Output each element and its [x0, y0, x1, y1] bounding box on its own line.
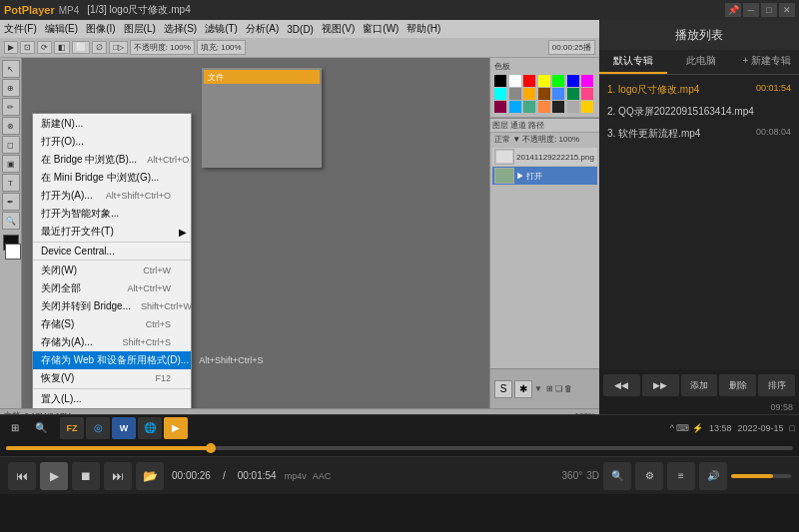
swatch-white[interactable] — [509, 75, 521, 87]
swatch-black[interactable] — [494, 75, 506, 87]
3d-label[interactable]: 3D — [586, 470, 599, 481]
swatch-sky[interactable] — [552, 88, 564, 100]
swatch-mint[interactable] — [523, 101, 535, 113]
ps-tool-gradient[interactable]: ▣ — [2, 155, 20, 173]
ps-tool-btn1[interactable]: ◧ — [54, 41, 70, 54]
taskbar-app-chrome[interactable]: ◎ — [86, 417, 110, 439]
menu-item-open-as[interactable]: 打开为(A)... Alt+Shift+Ctrl+O — [33, 187, 191, 205]
playlist-btn-delete[interactable]: 删除 — [719, 374, 756, 396]
swatch-dark[interactable] — [552, 101, 564, 113]
volume-bar[interactable] — [731, 474, 791, 478]
ps-tool-pen[interactable]: ✒ — [2, 193, 20, 211]
menu-item-save-as[interactable]: 存储为(A)...Shift+Ctrl+S — [33, 333, 191, 351]
swatch-blue[interactable] — [567, 75, 579, 87]
menu-item-save[interactable]: 存储(S)Ctrl+S — [33, 315, 191, 333]
angle-label[interactable]: 360° — [562, 470, 583, 481]
playlist-item-1[interactable]: 1. logo尺寸修改.mp4 00:01:54 — [599, 79, 799, 101]
ps-tool-select[interactable]: ↖ — [2, 60, 20, 78]
ps-tool-btn3[interactable]: ∅ — [92, 41, 107, 54]
playlist-btn-next[interactable]: ▶▶ — [642, 374, 679, 396]
restore-button[interactable]: □ — [761, 3, 777, 17]
ps-menu-3d[interactable]: 3D(D) — [287, 24, 314, 35]
taskbar-app-filezilla[interactable]: FZ — [60, 417, 84, 439]
menu-item-close[interactable]: 关闭(W)Ctrl+W — [33, 262, 191, 279]
playlist-btn-sort[interactable]: 排序 — [758, 374, 795, 396]
swatch-magenta[interactable] — [581, 75, 593, 87]
ps-tool-fill[interactable]: 填充: 100% — [197, 40, 246, 55]
ps-tool-mode[interactable]: □▷ — [109, 41, 128, 54]
search-button[interactable]: 🔍 — [30, 417, 52, 439]
equalizer-button[interactable]: ≡ — [667, 462, 695, 490]
swatch-silver[interactable] — [567, 101, 579, 113]
menu-item-new[interactable]: 新建(N)... — [33, 115, 191, 133]
menu-item-device-central[interactable]: Device Central... — [33, 244, 191, 259]
menu-item-open[interactable]: 打开(O)... — [33, 133, 191, 151]
menu-item-close-all[interactable]: 关闭全部Alt+Ctrl+W — [33, 279, 191, 297]
ps-menu-view[interactable]: 视图(V) — [322, 22, 355, 36]
taskbar-notification[interactable]: □ — [790, 423, 795, 433]
minimize-button[interactable]: ─ — [743, 3, 759, 17]
swatch-peach[interactable] — [538, 101, 550, 113]
ps-menu-edit[interactable]: 编辑(E) — [45, 22, 78, 36]
ps-icon-2[interactable]: ❑ — [555, 384, 562, 393]
menu-item-revert[interactable]: 恢复(V)F12 — [33, 369, 191, 387]
ps-tool-warp[interactable]: ⟳ — [37, 41, 52, 54]
pin-button[interactable]: 📌 — [725, 3, 741, 17]
menu-item-save-web[interactable]: 存储为 Web 和设备所用格式(D)...Alt+Shift+Ctrl+S — [33, 351, 191, 369]
ps-tool-eraser[interactable]: ◻ — [2, 136, 20, 154]
ps-tool-crop[interactable]: ⊕ — [2, 79, 20, 97]
volume-icon[interactable]: 🔊 — [699, 462, 727, 490]
seekbar-thumb[interactable] — [206, 443, 216, 453]
ps-tool-brush[interactable]: ✏ — [2, 98, 20, 116]
close-button[interactable]: ✕ — [779, 3, 795, 17]
ps-action-btn-1[interactable]: S — [494, 380, 512, 398]
menu-item-place[interactable]: 置入(L)... — [33, 390, 191, 408]
ps-menu-help[interactable]: 帮助(H) — [406, 22, 440, 36]
swatch-green[interactable] — [552, 75, 564, 87]
swatch-orange[interactable] — [523, 88, 535, 100]
ps-menu-filter[interactable]: 滤镜(T) — [205, 22, 238, 36]
taskbar-app-browser[interactable]: 🌐 — [138, 417, 162, 439]
ps-action-btn-2[interactable]: ✱ — [514, 380, 532, 398]
ps-menu-layer[interactable]: 图层(L) — [124, 22, 156, 36]
ps-blend-mode[interactable]: 正常 ▼ — [494, 134, 520, 145]
menu-item-mini-bridge[interactable]: 在 Mini Bridge 中浏览(G)... — [33, 169, 191, 187]
stop-button[interactable]: ⏹ — [72, 462, 100, 490]
swatch-pink[interactable] — [581, 88, 593, 100]
swatch-brown[interactable] — [538, 88, 550, 100]
ps-icon-3[interactable]: 🗑 — [564, 384, 572, 393]
ps-bg-color[interactable] — [5, 244, 21, 260]
ps-menu-file[interactable]: 文件(F) — [4, 22, 37, 36]
playlist-btn-add[interactable]: 添加 — [681, 374, 718, 396]
swatch-yellow[interactable] — [538, 75, 550, 87]
playlist-tab-default[interactable]: 默认专辑 — [599, 50, 667, 74]
menu-item-recent[interactable]: 最近打开文件(T) ▶ — [33, 223, 191, 241]
menu-item-bridge[interactable]: 在 Bridge 中浏览(B)... Alt+Ctrl+O — [33, 151, 191, 169]
ps-menu-image[interactable]: 图像(I) — [86, 22, 115, 36]
layer-item-1[interactable]: 20141129222215.png — [492, 148, 597, 166]
play-prev-button[interactable]: ⏮ — [8, 462, 36, 490]
ps-menu-analyze[interactable]: 分析(A) — [246, 22, 279, 36]
seekbar[interactable] — [6, 446, 793, 450]
ps-tool-arrow[interactable]: ▶ — [4, 41, 18, 54]
ps-icon-1[interactable]: ⊞ — [546, 384, 553, 393]
swatch-gold[interactable] — [581, 101, 593, 113]
swatch-dark-green[interactable] — [567, 88, 579, 100]
playlist-btn-prev[interactable]: ◀◀ — [603, 374, 640, 396]
swatch-cyan[interactable] — [494, 88, 506, 100]
layer-item-2[interactable]: ▶ 打开 — [492, 167, 597, 185]
menu-item-smart[interactable]: 打开为智能对象... — [33, 205, 191, 223]
playlist-tab-pc[interactable]: 此电脑 — [667, 50, 735, 74]
play-button[interactable]: ▶ — [40, 462, 68, 490]
ps-tool-transform[interactable]: ⊡ — [20, 41, 35, 54]
ps-tool-opacity[interactable]: 不透明度: 100% — [130, 40, 195, 55]
ps-tool-text[interactable]: T — [2, 174, 20, 192]
play-next-button[interactable]: ⏭ — [104, 462, 132, 490]
swatch-light-blue[interactable] — [509, 101, 521, 113]
swatch-purple[interactable] — [494, 101, 506, 113]
swatch-gray[interactable] — [509, 88, 521, 100]
ps-tool-zoom[interactable]: 🔍 — [2, 212, 20, 230]
playlist-item-2[interactable]: 2. QQ录屏20220915163414.mp4 — [599, 101, 799, 123]
ps-tool-btn2[interactable]: ⬜ — [72, 41, 90, 54]
ps-menu-window[interactable]: 窗口(W) — [363, 22, 399, 36]
